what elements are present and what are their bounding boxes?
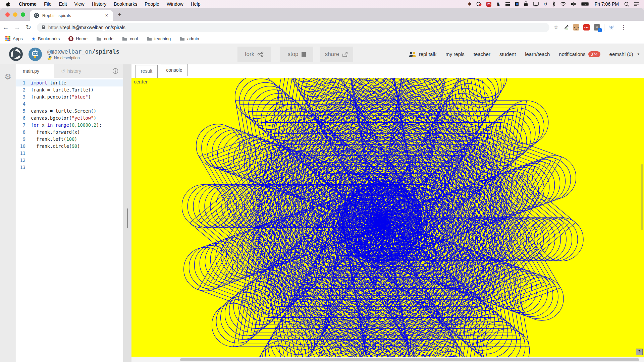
nav-student[interactable]: student — [499, 51, 516, 57]
url-host: repl.it — [62, 25, 74, 30]
code-lines[interactable]: 1import turtle2frank = turtle.Turtle()3f… — [16, 78, 123, 362]
nav-notifications[interactable]: notifications 374 — [559, 51, 600, 57]
code-line[interactable]: 10 frank.circle(90) — [16, 143, 123, 150]
apple-menu-icon[interactable] — [0, 1, 15, 7]
airplay-icon[interactable] — [533, 2, 539, 7]
menu-chrome[interactable]: Chrome — [15, 1, 40, 7]
spotlight-search-icon[interactable] — [624, 2, 629, 7]
minimize-window-button[interactable] — [13, 12, 17, 17]
tab-console[interactable]: console — [161, 64, 187, 76]
close-window-button[interactable] — [5, 12, 10, 17]
user-menu[interactable]: eemshi (0) ▾ — [609, 51, 639, 57]
bookmark-folder-code[interactable]: code — [96, 36, 113, 41]
settings-gear-icon[interactable]: ⚙ — [4, 72, 11, 362]
new-tab-button[interactable]: + — [113, 11, 127, 21]
help-button[interactable]: ? — [636, 349, 643, 355]
battery-icon[interactable] — [581, 2, 589, 6]
line-number: 9 — [16, 136, 31, 143]
code-line[interactable]: 1import turtle — [16, 79, 123, 86]
bookmark-star-icon[interactable]: ☆ — [553, 24, 558, 31]
back-icon[interactable]: ← — [0, 24, 11, 31]
pane-divider[interactable] — [123, 64, 131, 362]
code-line[interactable]: 7for x in range(0,10000,2): — [16, 122, 123, 129]
turtle-canvas[interactable] — [131, 78, 644, 357]
boar-icon[interactable]: ♞ — [496, 1, 500, 7]
share-label: share — [325, 51, 339, 58]
forward-icon[interactable]: → — [11, 24, 23, 31]
divider-handle-icon[interactable] — [127, 208, 128, 228]
eyedropper-extension-icon[interactable] — [562, 24, 569, 31]
repl-owner[interactable]: @maxwelbar_on — [47, 48, 92, 55]
bookmark-bookmarks[interactable]: ★ Bookmarks — [32, 36, 60, 42]
info-icon[interactable] — [112, 68, 123, 74]
gray-extension-icon[interactable]: ✳! — [594, 24, 600, 31]
dropbox-icon[interactable]: ❖ — [468, 1, 472, 7]
code-line[interactable]: 6canvas.bgcolor("yellow") — [16, 115, 123, 122]
padlock-icon[interactable] — [42, 25, 45, 29]
code-line[interactable]: 11 — [16, 150, 123, 157]
nav-my-repls[interactable]: my repls — [445, 51, 465, 57]
tab-main-py[interactable]: main.py — [16, 64, 54, 78]
nav-teacher[interactable]: teacher — [474, 51, 490, 57]
fork-label: fork — [245, 51, 254, 58]
user-avatar[interactable] — [29, 48, 42, 61]
lock-bag-icon[interactable] — [524, 1, 528, 7]
code-line[interactable]: 13 — [16, 164, 123, 171]
menu-history[interactable]: History — [88, 1, 110, 7]
bookmark-home[interactable]: B Home — [68, 36, 88, 41]
zoom-window-button[interactable] — [21, 12, 25, 17]
code-editor: main.py ↺history 1import turtle2frank = … — [16, 64, 123, 362]
bluetooth-icon[interactable] — [552, 1, 555, 7]
menu-bookmarks[interactable]: Bookmarks — [110, 1, 141, 7]
horizontal-scrollbar[interactable] — [131, 357, 644, 362]
horizontal-scrollbar-thumb[interactable] — [180, 358, 639, 361]
code-line[interactable]: 9 frank.left(100) — [16, 136, 123, 143]
bookmark-apps[interactable]: Apps — [5, 36, 23, 41]
screen-record-icon[interactable] — [476, 1, 482, 7]
nav-learn-teach[interactable]: learn/teach — [525, 51, 550, 57]
menu-help[interactable]: Help — [187, 1, 204, 7]
notifications-label: notifications — [559, 51, 585, 57]
share-button[interactable]: share — [320, 47, 353, 62]
device-icon[interactable] — [515, 1, 519, 7]
browser-tab[interactable]: Repl.it - spirals × — [30, 10, 113, 21]
vertical-scrollbar-thumb[interactable] — [641, 164, 643, 230]
menu-people[interactable]: People — [141, 1, 163, 7]
menubar-clock[interactable]: Fri 7:06 PM — [594, 1, 620, 7]
menu-file[interactable]: File — [40, 1, 55, 7]
repl-identity: @maxwelbar_on/spirals No description — [9, 47, 119, 61]
replit-logo[interactable] — [9, 47, 23, 61]
menu-window[interactable]: Window — [163, 1, 187, 7]
tab-history[interactable]: ↺history — [54, 68, 112, 74]
bookmark-folder-cool[interactable]: cool — [122, 36, 138, 41]
code-line[interactable]: 2frank = turtle.Turtle() — [16, 86, 123, 94]
time-machine-icon[interactable]: ↺ — [543, 1, 547, 7]
address-bar[interactable]: https://repl.it/@maxwelbar_on/spirals — [37, 23, 549, 32]
volume-icon[interactable] — [571, 2, 577, 6]
code-line[interactable]: 8 frank.forward(x) — [16, 129, 123, 136]
bookmark-folder-admin[interactable]: admin — [179, 36, 199, 41]
menu-view[interactable]: View — [71, 1, 88, 7]
fork-button[interactable]: fork — [237, 47, 271, 62]
bookmark-folder-teaching[interactable]: teaching — [147, 36, 171, 41]
nav-repl-talk[interactable]: repl talk — [409, 51, 437, 57]
app-m-icon[interactable]: m — [486, 2, 491, 7]
tab-close-icon[interactable]: × — [104, 12, 110, 18]
chrome-menu-icon[interactable]: ⋮ — [619, 24, 628, 31]
stack-icon[interactable] — [505, 2, 510, 6]
code-line[interactable]: 4 — [16, 101, 123, 108]
code-line[interactable]: 5canvas = turtle.Screen() — [16, 108, 123, 115]
robot-extension-icon[interactable]: •‿• — [573, 24, 579, 31]
code-line[interactable]: 3frank.pencolor("blue") — [16, 94, 123, 101]
wifi-icon[interactable] — [560, 2, 566, 6]
menu-edit[interactable]: Edit — [55, 1, 70, 7]
center-link[interactable]: center — [134, 78, 148, 85]
notification-center-icon[interactable] — [634, 2, 639, 6]
reddots-extension-icon[interactable]: ••• — [583, 24, 590, 31]
tab-result[interactable]: result — [136, 65, 158, 78]
toolbar-extensions: ☆ •‿• ••• ✳! ⋮ — [553, 24, 628, 31]
code-line[interactable]: 12 — [16, 157, 123, 164]
fairy-extension-icon[interactable] — [608, 25, 614, 30]
stop-button[interactable]: stop — [280, 47, 313, 62]
reload-icon[interactable]: ↻ — [23, 23, 34, 31]
